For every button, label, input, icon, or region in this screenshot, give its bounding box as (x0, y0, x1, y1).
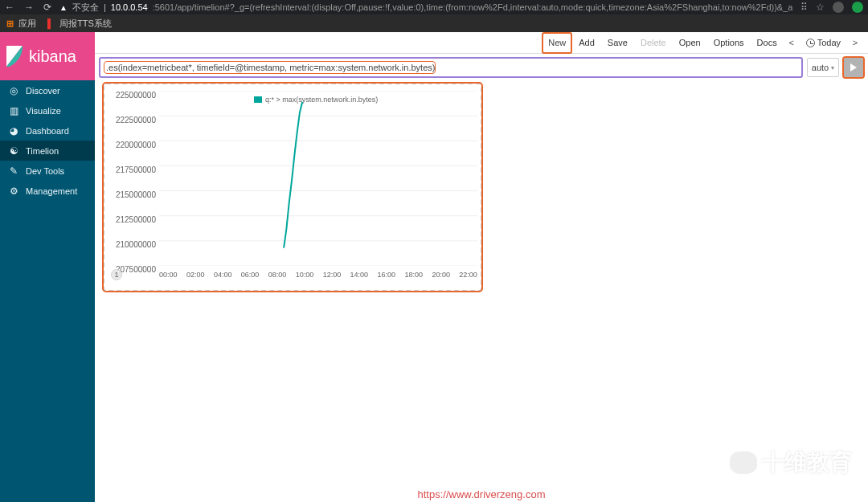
open-button[interactable]: Open (673, 32, 707, 54)
watermark-text: 十维教育 (762, 447, 852, 478)
extension-icon[interactable] (852, 2, 863, 13)
interval-select[interactable]: auto (807, 58, 839, 77)
sidebar-item-devtools[interactable]: ✎Dev Tools (0, 161, 95, 181)
sidebar-item-label: Discover (26, 86, 60, 96)
time-picker-label: Today (817, 38, 841, 47)
browser-address-bar: ← → ⟳ ▲ 不安全 | 10.0.0.54 :5601/app/timeli… (0, 0, 868, 14)
insecure-label: 不安全 (72, 2, 99, 14)
delete-button: Delete (634, 32, 673, 54)
new-button[interactable]: New (542, 32, 572, 54)
sidebar-item-label: Dashboard (26, 126, 69, 136)
bar-chart-icon: ▥ (8, 105, 19, 116)
brand-label: kibana (29, 47, 76, 66)
options-button[interactable]: Options (707, 32, 751, 54)
reload-icon[interactable]: ⟳ (43, 2, 51, 13)
sidebar-item-label: Dev Tools (26, 166, 64, 176)
gauge-icon: ◕ (8, 125, 19, 137)
sidebar-item-management[interactable]: ⚙Management (0, 181, 95, 201)
url-separator: | (104, 2, 106, 12)
gear-icon: ⚙ (8, 186, 19, 197)
sidebar-item-visualize[interactable]: ▥Visualize (0, 100, 95, 120)
back-icon[interactable]: ← (5, 2, 14, 13)
docs-button[interactable]: Docs (751, 32, 784, 54)
sidebar-item-dashboard[interactable]: ◕Dashboard (0, 120, 95, 141)
sidebar-item-label: Timelion (26, 146, 59, 156)
translate-icon[interactable]: ⠿ (800, 2, 808, 13)
sidebar: kibana ◎Discover ▥Visualize ◕Dashboard ☯… (0, 32, 95, 502)
expression-text: .es(index=metricbeat*, timefield=@timest… (104, 62, 435, 73)
add-button[interactable]: Add (572, 32, 601, 54)
kibana-logo-icon (6, 46, 24, 67)
star-icon[interactable]: ☆ (816, 2, 825, 13)
play-icon (850, 63, 858, 71)
bookmark-bar: ⊞ 应用 ▌ 周报TTS系统 (0, 14, 868, 32)
profile-icon[interactable] (833, 2, 844, 13)
chart-plot-area (159, 91, 477, 266)
clock-icon (806, 39, 815, 47)
prev-time-button[interactable]: < (784, 38, 800, 47)
compass-icon: ◎ (8, 85, 19, 96)
sidebar-item-timelion[interactable]: ☯Timelion (0, 141, 95, 161)
wechat-icon (730, 451, 757, 474)
sidebar-item-discover[interactable]: ◎Discover (0, 80, 95, 100)
wrench-icon: ✎ (8, 165, 19, 177)
lion-icon: ☯ (8, 145, 19, 157)
run-button[interactable] (844, 58, 863, 77)
time-picker[interactable]: Today (800, 32, 847, 54)
timelion-chart-panel[interactable]: q:* > max(system.network.in.bytes) 22500… (103, 83, 482, 292)
insecure-warning-icon: ▲ (59, 3, 68, 12)
x-axis-labels: 00:0002:00 04:0006:00 08:0010:00 12:0014… (159, 271, 477, 279)
sidebar-item-label: Visualize (26, 106, 61, 116)
save-button[interactable]: Save (601, 32, 634, 54)
forward-icon[interactable]: → (24, 2, 34, 13)
page-indicator[interactable]: 1 (111, 269, 122, 280)
url-path[interactable]: :5601/app/timelion#?_g=(refreshInterval:… (153, 2, 792, 12)
timelion-expression-input[interactable]: .es(index=metricbeat*, timefield=@timest… (100, 58, 802, 77)
watermark: 十维教育 (730, 447, 852, 478)
url-host[interactable]: 10.0.0.54 (111, 2, 148, 12)
main-content: New Add Save Delete Open Options Docs < … (95, 32, 868, 502)
tts-bookmark[interactable]: ▌ 周报TTS系统 (47, 18, 112, 30)
y-axis-labels: 225000000 222500000 220000000 217500000 … (111, 91, 156, 267)
apps-bookmark[interactable]: ⊞ 应用 (6, 18, 36, 30)
next-time-button[interactable]: > (847, 38, 863, 47)
kibana-logo[interactable]: kibana (0, 32, 95, 80)
sidebar-item-label: Management (26, 186, 77, 196)
top-menu: New Add Save Delete Open Options Docs < … (95, 32, 868, 54)
footer-link[interactable]: https://www.driverzeng.com (418, 488, 546, 500)
